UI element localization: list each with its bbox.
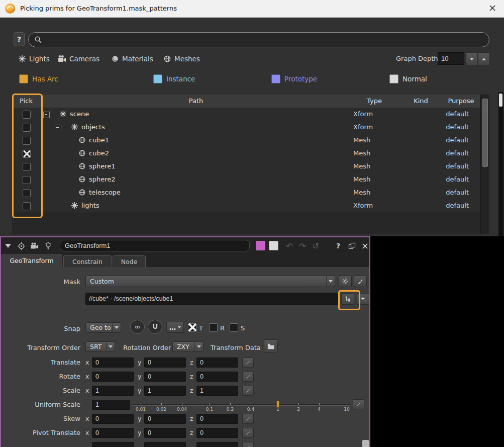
snap-more-button[interactable]: …	[166, 322, 184, 333]
pick-checkbox[interactable]	[23, 137, 31, 145]
properties-help-button[interactable]: ?	[333, 240, 344, 252]
window-scrollbar[interactable]	[498, 92, 503, 236]
skew-x-input[interactable]	[92, 414, 134, 424]
transform-order-label: Transform Order	[1, 344, 80, 351]
rotate-z-input[interactable]	[196, 372, 238, 382]
snap-s-checkbox[interactable]	[230, 323, 238, 332]
center-node-button[interactable]	[15, 240, 27, 252]
pick-checkbox[interactable]	[23, 189, 31, 197]
pick-checkbox[interactable]	[23, 111, 31, 119]
uniform-scale-slider[interactable]	[133, 404, 350, 406]
scrollbar-thumb[interactable]	[499, 94, 502, 107]
mask-settings-button[interactable]	[339, 276, 352, 287]
rotate-y-input[interactable]	[144, 372, 186, 382]
rotation-order-dropdown[interactable]: ZXY	[172, 341, 204, 352]
partial-curve-button[interactable]	[242, 442, 254, 447]
translate-z-input[interactable]	[196, 357, 238, 368]
partial-param-input[interactable]	[144, 442, 186, 447]
rotate-x-input[interactable]	[92, 372, 134, 382]
pattern-star-button[interactable]	[357, 293, 370, 305]
skew-curve-button[interactable]	[242, 414, 254, 424]
table-row[interactable]: cube2 Mesh default	[12, 147, 480, 160]
translate-curve-button[interactable]	[242, 357, 254, 368]
snap-t-checkbox[interactable]	[188, 323, 196, 332]
camera-button[interactable]	[29, 240, 41, 252]
scale-curve-button[interactable]	[242, 386, 254, 396]
transform-order-dropdown[interactable]: SRT	[85, 341, 115, 352]
collapse-properties-button[interactable]	[4, 243, 12, 249]
pick-checkbox[interactable]	[23, 150, 31, 158]
uniform-scale-curve-button[interactable]	[353, 399, 364, 409]
light-button[interactable]	[42, 240, 54, 252]
table-row[interactable]: telescope Mesh default	[12, 186, 480, 200]
tab-geotransform[interactable]: GeoTransform	[1, 254, 62, 267]
panel-color-swatch[interactable]	[269, 241, 278, 250]
pick-checkbox[interactable]	[23, 202, 31, 210]
snap-link-button[interactable]: ∞	[130, 320, 145, 334]
filter-lights-button[interactable]: Lights	[18, 52, 50, 65]
tab-constrain[interactable]: Constrain	[63, 255, 112, 267]
screen: Picking prims for GeoTransform1.mask_pat…	[0, 0, 504, 447]
eyedropper-button[interactable]	[354, 276, 367, 287]
panel-scrollbar-thumb[interactable]	[362, 440, 369, 447]
mask-dropdown[interactable]: Custom	[85, 276, 335, 287]
pick-checkbox[interactable]	[23, 124, 31, 132]
graph-depth-decrement-button[interactable]	[466, 52, 478, 66]
mask-pattern-input[interactable]	[85, 293, 338, 305]
transform-data-button[interactable]	[264, 339, 278, 353]
graph-depth-increment-button[interactable]	[478, 52, 490, 66]
float-panel-button[interactable]	[346, 240, 357, 252]
pick-checkbox[interactable]	[23, 163, 31, 171]
table-row[interactable]: cube1 Mesh default	[12, 134, 480, 147]
scale-x-input[interactable]	[92, 386, 134, 396]
node-color-swatch[interactable]	[256, 241, 265, 250]
node-name-input[interactable]	[60, 240, 250, 251]
snap-r-checkbox[interactable]	[209, 323, 218, 332]
tab-node[interactable]: Node	[113, 255, 146, 267]
table-row[interactable]: lights Xform default	[12, 199, 480, 213]
pivot-translate-curve-button[interactable]	[242, 428, 254, 438]
expander[interactable]	[43, 112, 50, 118]
redo-button[interactable]: ↷	[296, 240, 309, 252]
slider-tick-label: 10	[344, 407, 349, 412]
pick-checkbox[interactable]	[23, 176, 31, 184]
table-row[interactable]: sphere2 Mesh default	[12, 173, 480, 187]
pivot-translate-x-input[interactable]	[92, 428, 134, 438]
snap-magnet-button[interactable]	[148, 320, 162, 334]
snap-mode-value: Geo to	[86, 324, 112, 331]
revert-button[interactable]: ↺	[310, 240, 322, 252]
close-properties-button[interactable]	[359, 240, 370, 252]
filter-cameras-button[interactable]: Cameras	[58, 52, 99, 65]
prim-name: sphere1	[89, 160, 116, 173]
rotate-curve-button[interactable]	[242, 372, 254, 382]
partial-param-input[interactable]	[92, 442, 134, 447]
table-scrollbar[interactable]	[480, 95, 489, 234]
filter-meshes-button[interactable]: Meshes	[163, 52, 200, 65]
translate-y-input[interactable]	[144, 357, 186, 368]
open-prim-picker-button[interactable]	[341, 293, 354, 305]
table-row[interactable]: objects Xform default	[12, 121, 480, 134]
snap-mode-dropdown[interactable]: Geo to	[85, 322, 121, 333]
dialog-close-button[interactable]	[486, 2, 499, 15]
graph-depth-input[interactable]	[438, 52, 464, 65]
slider-handle[interactable]	[276, 401, 279, 408]
filter-materials-button[interactable]: Materials	[111, 52, 153, 65]
pivot-translate-y-input[interactable]	[144, 428, 186, 438]
uniform-scale-input[interactable]	[92, 400, 130, 410]
skew-z-input[interactable]	[196, 414, 238, 424]
table-row[interactable]: scene Xform default	[12, 108, 480, 121]
dialog-titlebar[interactable]: Picking prims for GeoTransform1.mask_pat…	[0, 0, 504, 18]
translate-x-input[interactable]	[92, 357, 134, 368]
skew-y-input[interactable]	[144, 414, 186, 424]
scrollbar-thumb[interactable]	[482, 99, 488, 167]
pivot-translate-z-input[interactable]	[196, 428, 238, 438]
scale-z-input[interactable]	[196, 386, 238, 396]
help-button[interactable]: ?	[14, 32, 25, 46]
table-row[interactable]: sphere1 Mesh default	[12, 160, 480, 173]
scale-y-input[interactable]	[144, 386, 186, 396]
partial-param-input[interactable]	[196, 442, 238, 447]
expander[interactable]	[55, 125, 61, 131]
chevron-down-icon	[178, 326, 181, 328]
undo-button[interactable]: ↶	[283, 240, 295, 252]
search-input[interactable]	[42, 36, 489, 44]
